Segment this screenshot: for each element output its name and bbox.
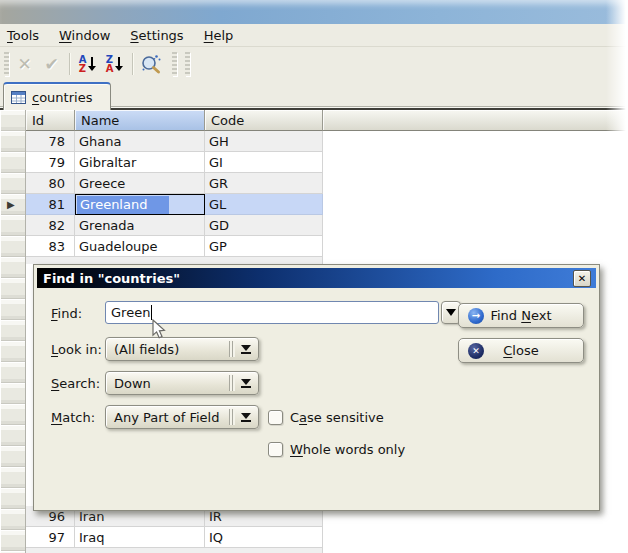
- selected-text: Greenland: [77, 196, 169, 214]
- look-in-value: (All fields): [106, 342, 229, 357]
- combo-grip: [229, 409, 235, 425]
- table-row[interactable]: 97 Iraq IQ: [26, 527, 323, 548]
- chevron-down-icon: [238, 345, 254, 354]
- close-button[interactable]: ✕ Close: [458, 338, 584, 363]
- match-label: Match:: [51, 405, 95, 429]
- table-row-partial: [26, 257, 323, 264]
- search-direction-value: Down: [106, 376, 229, 391]
- find-button[interactable]: [138, 51, 163, 77]
- sort-ascending-button[interactable]: AZ: [75, 51, 100, 77]
- cell-name[interactable]: Iraq: [75, 527, 205, 548]
- cell-id[interactable]: 82: [26, 215, 75, 236]
- combo-grip: [229, 375, 235, 391]
- cell-id[interactable]: 78: [26, 131, 75, 152]
- cell-name[interactable]: Grenada: [75, 215, 205, 236]
- current-row-pointer-icon: ▶: [7, 199, 15, 210]
- find-next-icon: →: [468, 308, 484, 324]
- column-header-filler: [323, 110, 628, 131]
- find-input[interactable]: Green: [105, 301, 439, 324]
- accept-changes-button[interactable]: ✔: [39, 51, 64, 77]
- cell-name[interactable]: Gibraltar: [75, 152, 205, 173]
- dialog-titlebar[interactable]: Find in "countries" ✕: [37, 268, 596, 288]
- cell-name[interactable]: Greece: [75, 173, 205, 194]
- find-label: Find:: [51, 301, 82, 325]
- sort-az-icon: AZ: [79, 55, 97, 73]
- match-select[interactable]: Any Part of Field: [105, 405, 259, 429]
- menu-help[interactable]: Help: [201, 26, 237, 45]
- menu-window[interactable]: Window: [56, 26, 113, 45]
- chevron-down-icon: [238, 413, 254, 422]
- app-window: Tools Window Settings Help ✕ ✔ AZ ZA: [0, 0, 628, 553]
- case-sensitive-label[interactable]: Case sensitive: [290, 410, 384, 425]
- look-in-label: Look in:: [51, 337, 102, 361]
- cell-id[interactable]: 97: [26, 527, 75, 548]
- find-dialog: Find in "countries" ✕ Find: Green → Find…: [33, 264, 600, 511]
- window-titlebar-edge: [0, 0, 628, 24]
- toolbar: ✕ ✔ AZ ZA: [0, 47, 628, 80]
- cell-id[interactable]: 80: [26, 173, 75, 194]
- menu-settings[interactable]: Settings: [127, 26, 186, 45]
- column-header-code[interactable]: Code: [205, 110, 323, 131]
- menu-tools[interactable]: Tools: [4, 26, 42, 45]
- cell-name[interactable]: Ghana: [75, 131, 205, 152]
- cell-code[interactable]: GL: [205, 194, 323, 215]
- menu-bar: Tools Window Settings Help: [0, 24, 628, 47]
- checkmark-icon: ✔: [44, 54, 58, 74]
- table-row[interactable]: 83 Guadeloupe GP: [26, 236, 323, 257]
- toolbar-handle[interactable]: [4, 52, 9, 76]
- table-row[interactable]: 80 Greece GR: [26, 173, 323, 194]
- table-row-partial: [26, 548, 323, 553]
- combo-grip: [229, 341, 235, 357]
- tab-label: countries: [32, 90, 92, 105]
- cell-id[interactable]: 81: [26, 194, 75, 215]
- cancel-changes-button[interactable]: ✕: [12, 51, 37, 77]
- table-row[interactable]: 79 Gibraltar GI: [26, 152, 323, 173]
- cell-code[interactable]: IQ: [205, 527, 323, 548]
- cell-code[interactable]: GR: [205, 173, 323, 194]
- cell-code[interactable]: GH: [205, 131, 323, 152]
- sort-za-icon: ZA: [106, 55, 124, 73]
- dialog-close-button[interactable]: ✕: [573, 270, 591, 287]
- whole-words-checkbox[interactable]: [268, 442, 283, 457]
- table-row[interactable]: 82 Grenada GD: [26, 215, 323, 236]
- chevron-down-icon: [446, 309, 456, 316]
- table-icon: [11, 91, 26, 104]
- table-row[interactable]: 78 Ghana GH: [26, 131, 323, 152]
- row-selector-gutter[interactable]: [0, 110, 26, 553]
- cell-id[interactable]: 79: [26, 152, 75, 173]
- sort-descending-button[interactable]: ZA: [102, 51, 127, 77]
- toolbar-separator: [132, 53, 133, 75]
- toolbar-handle[interactable]: [172, 52, 177, 76]
- case-sensitive-checkbox[interactable]: [268, 410, 283, 425]
- tab-countries[interactable]: countries: [3, 82, 111, 110]
- cell-id[interactable]: 83: [26, 236, 75, 257]
- close-circle-icon: ✕: [468, 343, 484, 359]
- chevron-down-icon: [238, 379, 254, 388]
- toolbar-handle[interactable]: [185, 52, 190, 76]
- search-direction-select[interactable]: Down: [105, 371, 259, 395]
- cancel-icon: ✕: [17, 54, 31, 74]
- column-header-name[interactable]: Name: [75, 110, 205, 131]
- text-caret: [151, 305, 152, 320]
- close-icon: ✕: [578, 274, 586, 284]
- cell-name[interactable]: Guadeloupe: [75, 236, 205, 257]
- find-next-button[interactable]: → Find Next: [458, 303, 584, 328]
- whole-words-label[interactable]: Whole words only: [290, 442, 405, 457]
- toolbar-separator: [69, 53, 70, 75]
- editing-cell-greenland[interactable]: Greenland: [75, 194, 205, 215]
- cell-code[interactable]: GD: [205, 215, 323, 236]
- cell-code[interactable]: GI: [205, 152, 323, 173]
- dialog-title: Find in "countries": [43, 271, 180, 286]
- cell-code[interactable]: GP: [205, 236, 323, 257]
- search-label: Search:: [51, 371, 100, 395]
- look-in-select[interactable]: (All fields): [105, 337, 259, 361]
- column-header-id[interactable]: Id: [26, 110, 75, 131]
- match-value: Any Part of Field: [106, 410, 229, 425]
- find-input-value: Green: [111, 305, 150, 320]
- search-icon: [140, 53, 162, 75]
